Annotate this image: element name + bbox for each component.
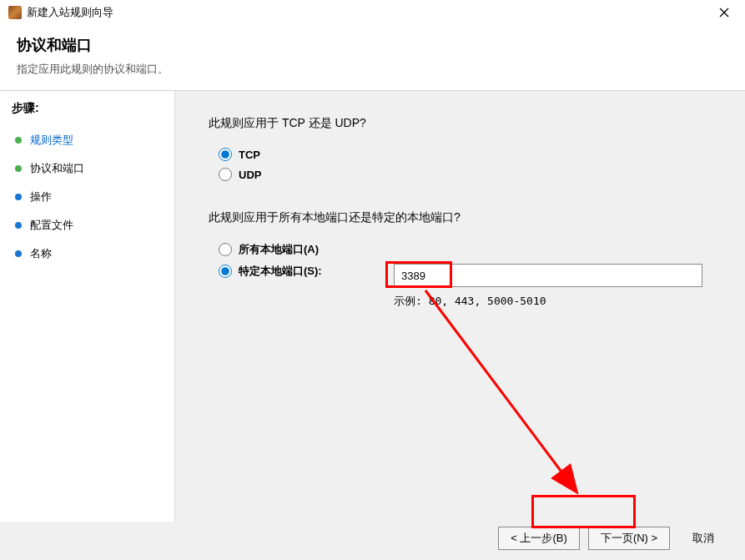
step-profile[interactable]: 配置文件 (12, 211, 163, 240)
main-panel: 此规则应用于 TCP 还是 UDP? TCP UDP 此规则应用于所有本地端口还… (175, 91, 745, 522)
protocol-radio-group: TCP UDP (219, 148, 712, 181)
radio-specific-ports-label: 特定本地端口(S): (239, 264, 322, 279)
step-label: 协议和端口 (30, 161, 84, 176)
port-section: 此规则应用于所有本地端口还是特定的本地端口? 所有本地端口(A) 特定本地端口(… (209, 210, 712, 309)
radio-tcp-label: TCP (239, 149, 260, 161)
steps-heading: 步骤: (12, 101, 163, 116)
radio-specific-ports[interactable] (219, 265, 232, 278)
radio-specific-ports-item[interactable]: 特定本地端口(S): (219, 264, 394, 279)
wizard-sidebar: 步骤: 规则类型 协议和端口 操作 配置文件 名称 (0, 91, 175, 522)
step-action[interactable]: 操作 (12, 183, 163, 211)
step-name[interactable]: 名称 (12, 240, 163, 268)
protocol-question: 此规则应用于 TCP 还是 UDP? (209, 116, 712, 131)
step-bullet-icon (15, 165, 22, 172)
port-input-column: 示例: 80, 443, 5000-5010 (394, 242, 712, 309)
cancel-button[interactable]: 取消 (678, 527, 728, 550)
radio-all-ports[interactable] (219, 243, 232, 256)
port-example-text: 示例: 80, 443, 5000-5010 (394, 294, 712, 309)
step-protocol-port[interactable]: 协议和端口 (12, 154, 163, 183)
step-label: 名称 (30, 246, 52, 261)
radio-tcp[interactable] (219, 148, 232, 161)
header-section: 协议和端口 指定应用此规则的协议和端口。 (0, 25, 745, 91)
close-button[interactable] (712, 0, 737, 25)
firewall-icon (8, 6, 22, 19)
radio-all-ports-item[interactable]: 所有本地端口(A) (219, 242, 394, 257)
step-bullet-icon (15, 222, 22, 229)
step-bullet-icon (15, 250, 22, 257)
content-wrapper: 步骤: 规则类型 协议和端口 操作 配置文件 名称 此规则应用于 TCP 还是 … (0, 91, 745, 522)
radio-udp[interactable] (219, 168, 232, 181)
step-bullet-icon (15, 194, 22, 200)
window-title: 新建入站规则向导 (27, 5, 712, 20)
step-label: 规则类型 (30, 133, 73, 148)
back-button[interactable]: < 上一步(B) (498, 527, 580, 550)
port-radio-column: 所有本地端口(A) 特定本地端口(S): (219, 242, 394, 285)
page-title: 协议和端口 (17, 35, 728, 55)
title-bar: 新建入站规则向导 (0, 0, 745, 25)
port-row: 所有本地端口(A) 特定本地端口(S): 示例: 80, 443, 5000-5… (219, 242, 712, 309)
close-icon (719, 8, 729, 18)
page-subtitle: 指定应用此规则的协议和端口。 (17, 62, 728, 77)
radio-tcp-item[interactable]: TCP (219, 148, 712, 161)
radio-udp-item[interactable]: UDP (219, 168, 712, 181)
port-question: 此规则应用于所有本地端口还是特定的本地端口? (209, 210, 712, 225)
step-rule-type[interactable]: 规则类型 (12, 126, 163, 154)
radio-all-ports-label: 所有本地端口(A) (239, 242, 319, 257)
step-label: 操作 (30, 189, 52, 204)
wizard-button-bar: < 上一步(B) 下一页(N) > 取消 (498, 527, 728, 550)
step-label: 配置文件 (30, 218, 73, 233)
radio-udp-label: UDP (239, 169, 261, 181)
step-bullet-icon (15, 137, 22, 144)
port-input[interactable] (394, 264, 702, 287)
next-button[interactable]: 下一页(N) > (588, 527, 670, 550)
